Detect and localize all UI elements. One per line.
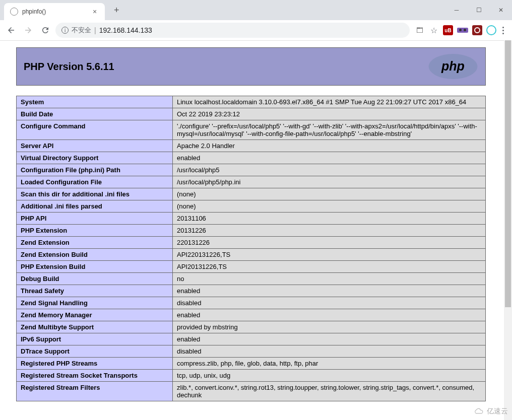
url-text: 192.168.144.133 (99, 26, 152, 34)
close-window-button[interactable]: ✕ (490, 2, 512, 18)
info-key: Virtual Directory Support (17, 152, 173, 164)
info-key: Additional .ini files parsed (17, 200, 173, 213)
info-value: 220131226 (173, 237, 486, 249)
browser-chrome: phpinfo() × + ─ ☐ ✕ i 不安全 | 192.168.144.… (0, 0, 512, 41)
table-row: Server APIApache 2.0 Handler (17, 140, 486, 152)
phpinfo-table: SystemLinux localhost.localdomain 3.10.0… (16, 96, 486, 401)
info-value: API220131226,TS (173, 249, 486, 261)
info-key: PHP API (17, 213, 173, 225)
browser-tab[interactable]: phpinfo() × (4, 3, 105, 20)
info-value: no (173, 273, 486, 285)
php-header: PHP Version 5.6.11 php (16, 47, 486, 86)
info-value: 20131226 (173, 225, 486, 237)
new-tab-button[interactable]: + (110, 3, 123, 18)
forward-button[interactable] (21, 23, 35, 37)
info-value: (none) (173, 200, 486, 213)
info-key: Configure Command (17, 120, 173, 140)
info-value: (none) (173, 188, 486, 200)
table-row: Registered PHP Streamscompress.zlib, php… (17, 358, 486, 370)
php-logo-icon: php (428, 53, 478, 80)
extension-teal-icon[interactable] (486, 25, 496, 35)
menu-button[interactable] (500, 25, 506, 36)
info-key: Zend Extension (17, 237, 173, 249)
address-divider: | (94, 26, 96, 34)
info-key: PHP Extension (17, 225, 173, 237)
table-row: Registered Stream Filterszlib.*, convert… (17, 382, 486, 401)
minimize-button[interactable]: ─ (445, 2, 468, 18)
info-key: Zend Extension Build (17, 249, 173, 261)
svg-text:php: php (441, 59, 465, 73)
info-value: './configure' '--prefix=/usr/local/php5'… (173, 120, 486, 140)
info-key: Registered PHP Streams (17, 358, 173, 370)
table-row: Zend Extension220131226 (17, 237, 486, 249)
reload-button[interactable] (38, 23, 52, 37)
page-title: PHP Version 5.6.11 (24, 61, 114, 73)
table-row: SystemLinux localhost.localdomain 3.10.0… (17, 96, 486, 108)
table-row: Registered Stream Socket Transportstcp, … (17, 370, 486, 382)
table-row: PHP API20131106 (17, 213, 486, 225)
watermark-text: 亿速云 (487, 407, 508, 416)
table-row: Virtual Directory Supportenabled (17, 152, 486, 164)
table-row: Additional .ini files parsed(none) (17, 200, 486, 213)
camera-icon[interactable] (472, 25, 482, 35)
tab-bar: phpinfo() × + ─ ☐ ✕ (0, 0, 512, 20)
info-key: Configuration File (php.ini) Path (17, 164, 173, 176)
table-row: PHP Extension BuildAPI20131226,TS (17, 261, 486, 273)
maximize-button[interactable]: ☐ (468, 2, 490, 18)
info-value: disabled (173, 345, 486, 358)
info-value: /usr/local/php5/php.ini (173, 176, 486, 188)
back-button[interactable] (4, 23, 18, 37)
extension-icons: 🗔 ☆ uB (413, 25, 508, 36)
table-row: PHP Extension20131226 (17, 225, 486, 237)
address-bar[interactable]: i 不安全 | 192.168.144.133 (55, 23, 410, 38)
table-row: Configuration File (php.ini) Path/usr/lo… (17, 164, 486, 176)
table-row: Scan this dir for additional .ini files(… (17, 188, 486, 200)
table-row: DTrace Supportdisabled (17, 345, 486, 358)
info-key: DTrace Support (17, 345, 173, 358)
info-key: Scan this dir for additional .ini files (17, 188, 173, 200)
scrollbar[interactable] (504, 40, 512, 420)
page-content: PHP Version 5.6.11 php SystemLinux local… (0, 40, 504, 420)
info-value: zlib.*, convert.iconv.*, string.rot13, s… (173, 382, 486, 401)
info-value: enabled (173, 333, 486, 345)
tab-title: phpinfo() (22, 8, 87, 15)
cloud-icon (473, 408, 485, 415)
watermark: 亿速云 (473, 407, 508, 416)
table-row: Configure Command'./configure' '--prefix… (17, 120, 486, 140)
info-icon: i (61, 27, 69, 34)
info-key: Loaded Configuration File (17, 176, 173, 188)
info-key: Zend Multibyte Support (17, 321, 173, 333)
reload-icon (41, 26, 50, 35)
scrollbar-thumb[interactable] (505, 40, 511, 307)
info-value: Linux localhost.localdomain 3.10.0-693.e… (173, 96, 486, 108)
bookmark-star-icon[interactable]: ☆ (429, 25, 439, 35)
info-value: API20131226,TS (173, 261, 486, 273)
globe-icon (10, 8, 18, 16)
table-row: Thread Safetyenabled (17, 285, 486, 297)
ublock-icon[interactable]: uB (443, 25, 453, 35)
info-value: /usr/local/php5 (173, 164, 486, 176)
info-value: 20131106 (173, 213, 486, 225)
info-key: Zend Signal Handling (17, 297, 173, 309)
info-value: enabled (173, 285, 486, 297)
info-value: provided by mbstring (173, 321, 486, 333)
table-row: Zend Memory Managerenabled (17, 309, 486, 321)
arrow-left-icon (7, 26, 16, 35)
info-key: Registered Stream Filters (17, 382, 173, 401)
translate-icon[interactable]: 🗔 (415, 25, 425, 35)
info-value: disabled (173, 297, 486, 309)
info-key: Build Date (17, 108, 173, 120)
info-key: PHP Extension Build (17, 261, 173, 273)
close-icon[interactable]: × (91, 8, 99, 16)
table-row: IPv6 Supportenabled (17, 333, 486, 345)
browser-toolbar: i 不安全 | 192.168.144.133 🗔 ☆ uB (0, 20, 512, 40)
table-row: Loaded Configuration File/usr/local/php5… (17, 176, 486, 188)
table-row: Zend Signal Handlingdisabled (17, 297, 486, 309)
window-controls: ─ ☐ ✕ (445, 2, 512, 18)
info-key: Zend Memory Manager (17, 309, 173, 321)
table-row: Debug Buildno (17, 273, 486, 285)
info-key: Server API (17, 140, 173, 152)
extension-icon[interactable] (457, 28, 468, 33)
info-value: compress.zlib, php, file, glob, data, ht… (173, 358, 486, 370)
info-value: enabled (173, 152, 486, 164)
